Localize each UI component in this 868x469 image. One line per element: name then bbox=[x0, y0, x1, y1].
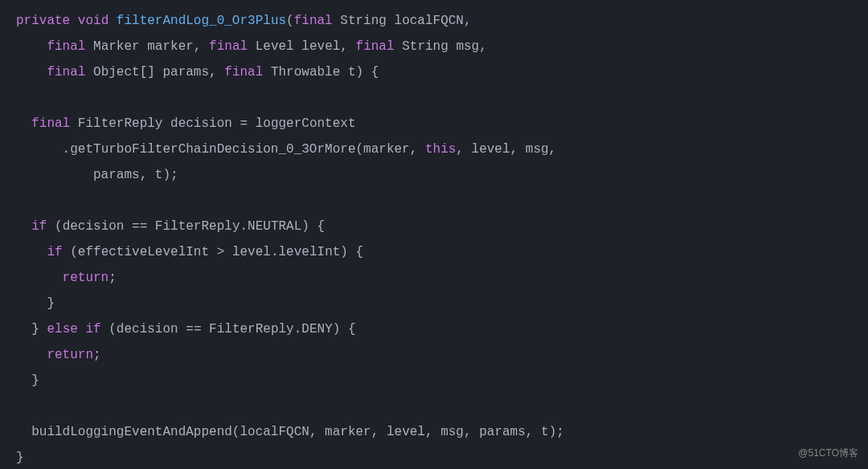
type-string: String bbox=[402, 39, 448, 54]
var-msg: msg bbox=[526, 142, 549, 157]
keyword-return: return bbox=[47, 348, 93, 362]
comma: , bbox=[464, 14, 472, 28]
code-line-2: final Marker marker, final Level level, … bbox=[16, 39, 487, 54]
operator-eq: == bbox=[132, 219, 147, 234]
comma: , bbox=[194, 39, 202, 54]
keyword-final: final bbox=[31, 116, 70, 131]
var-localFQCN: localFQCN bbox=[395, 14, 464, 28]
var-t: t bbox=[155, 168, 163, 182]
code-line-13: } else if (decision == FilterReply.DENY)… bbox=[16, 322, 356, 336]
paren-close-brace: ) { bbox=[340, 245, 363, 259]
var-params: params bbox=[93, 168, 140, 182]
code-line-9: if (decision == FilterReply.NEUTRAL) { bbox=[16, 219, 325, 234]
keyword-if: if bbox=[47, 245, 62, 259]
method-name: filterAndLog_0_Or3Plus bbox=[117, 14, 286, 28]
var-level: level bbox=[472, 142, 510, 157]
code-line-10: if (effectiveLevelInt > level.levelInt) … bbox=[16, 245, 363, 259]
comma: , bbox=[140, 168, 148, 182]
brackets: [] bbox=[140, 65, 155, 80]
comma: , bbox=[410, 142, 418, 157]
keyword-if: if bbox=[85, 322, 100, 336]
paren-close-brace: ) { bbox=[333, 322, 356, 336]
type-marker: Marker bbox=[93, 39, 140, 54]
dot: . bbox=[63, 142, 71, 157]
keyword-if: if bbox=[31, 219, 47, 234]
code-line-5: final FilterReply decision = loggerConte… bbox=[16, 116, 356, 131]
type-level: Level bbox=[256, 39, 294, 54]
var-decision: decision bbox=[63, 219, 125, 234]
var-level: level bbox=[301, 39, 340, 54]
keyword-void: void bbox=[78, 14, 108, 28]
operator-gt: > bbox=[217, 245, 225, 259]
paren-close-brace: ) { bbox=[356, 65, 379, 80]
keyword-final: final bbox=[47, 39, 85, 54]
var-msg: msg bbox=[440, 425, 464, 439]
paren-open: ( bbox=[232, 425, 240, 439]
type-filterreply: FilterReply bbox=[209, 322, 294, 336]
semicolon: ; bbox=[93, 348, 101, 362]
var-params: params bbox=[479, 425, 526, 439]
paren-close-semi: ); bbox=[162, 168, 178, 182]
comma: , bbox=[549, 142, 557, 157]
var-marker: marker bbox=[147, 39, 194, 54]
code-line-6: .getTurboFilterChainDecision_0_3OrMore(m… bbox=[16, 142, 556, 157]
var-level: level bbox=[232, 245, 271, 259]
comma: , bbox=[510, 142, 518, 157]
code-line-17: buildLoggingEventAndAppend(localFQCN, ma… bbox=[16, 425, 564, 439]
var-loggerContext: loggerContext bbox=[256, 116, 356, 131]
comma: , bbox=[464, 425, 472, 439]
var-decision: decision bbox=[170, 116, 232, 131]
dot: . bbox=[240, 219, 248, 234]
type-string: String bbox=[340, 14, 387, 28]
brace-close: } bbox=[47, 296, 55, 311]
code-editor[interactable]: private void filterAndLog_0_Or3Plus(fina… bbox=[16, 8, 852, 469]
type-throwable: Throwable bbox=[271, 65, 340, 80]
dot: . bbox=[271, 245, 279, 259]
code-line-14: return; bbox=[16, 348, 101, 362]
method-call: buildLoggingEventAndAppend bbox=[31, 425, 232, 439]
comma: , bbox=[425, 425, 433, 439]
paren-open: ( bbox=[108, 322, 117, 336]
brace-close: } bbox=[31, 373, 39, 388]
var-localFQCN: localFQCN bbox=[240, 425, 309, 439]
keyword-final: final bbox=[47, 65, 85, 80]
code-line-12: } bbox=[16, 296, 55, 311]
keyword-this: this bbox=[425, 142, 456, 157]
comma: , bbox=[209, 65, 217, 80]
comma: , bbox=[371, 425, 379, 439]
paren-open: ( bbox=[70, 245, 78, 259]
prop-neutral: NEUTRAL bbox=[248, 219, 301, 234]
paren-open: ( bbox=[355, 142, 363, 157]
var-level: level bbox=[387, 425, 425, 439]
code-line-3: final Object[] params, final Throwable t… bbox=[16, 65, 379, 80]
paren-open: ( bbox=[286, 14, 294, 28]
watermark: @51CTO博客 bbox=[798, 443, 858, 463]
code-line-11: return; bbox=[16, 271, 117, 285]
operator-eq: == bbox=[186, 322, 201, 336]
keyword-private: private bbox=[16, 14, 70, 28]
comma: , bbox=[340, 39, 348, 54]
comma: , bbox=[526, 425, 534, 439]
var-marker: marker bbox=[363, 142, 410, 157]
paren-close-semi: ); bbox=[549, 425, 564, 439]
var-msg: msg bbox=[456, 39, 479, 54]
type-filterreply: FilterReply bbox=[155, 219, 240, 234]
keyword-else: else bbox=[47, 322, 77, 336]
method-call: getTurboFilterChainDecision_0_3OrMore bbox=[70, 142, 355, 157]
var-t: t bbox=[348, 65, 356, 80]
keyword-return: return bbox=[63, 271, 109, 285]
code-line-1: private void filterAndLog_0_Or3Plus(fina… bbox=[16, 14, 472, 28]
paren-open: ( bbox=[55, 219, 63, 234]
code-line-7: params, t); bbox=[16, 168, 178, 182]
var-effectiveLevelInt: effectiveLevelInt bbox=[78, 245, 209, 259]
var-marker: marker bbox=[325, 425, 371, 439]
keyword-final: final bbox=[224, 65, 263, 80]
var-decision: decision bbox=[117, 322, 178, 336]
type-object: Object bbox=[93, 65, 140, 80]
type-filterreply: FilterReply bbox=[78, 116, 163, 131]
brace-close: } bbox=[16, 451, 24, 465]
code-line-15: } bbox=[16, 373, 39, 388]
keyword-final: final bbox=[209, 39, 248, 54]
keyword-final: final bbox=[356, 39, 395, 54]
comma: , bbox=[479, 39, 487, 54]
